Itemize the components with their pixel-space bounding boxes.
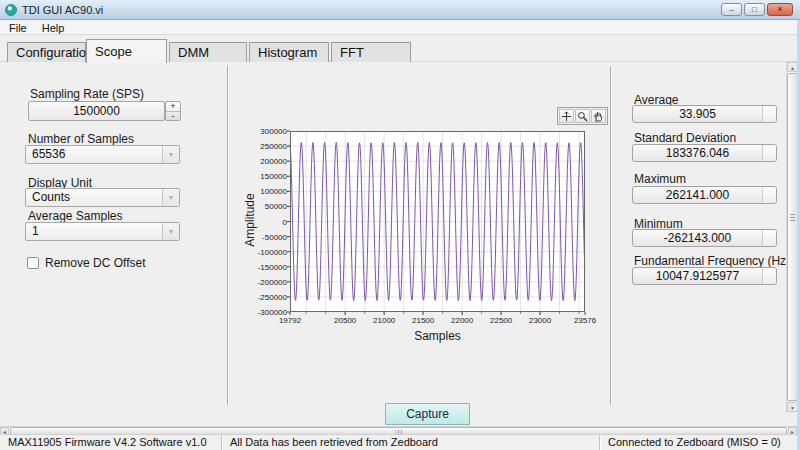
sampling-rate-spinner: + - bbox=[165, 101, 181, 121]
std-deviation-label: Standard Deviation bbox=[634, 131, 736, 145]
fundamental-frequency-indicator: 10047.9125977 bbox=[632, 267, 777, 285]
app-icon bbox=[5, 4, 17, 16]
scope-plot[interactable] bbox=[290, 131, 585, 312]
app-window: TDI GUI AC90.vi – □ × File Help Configur… bbox=[0, 0, 800, 450]
remove-dc-offset-label: Remove DC Offset bbox=[45, 256, 145, 270]
tab-scope[interactable]: Scope bbox=[86, 39, 167, 63]
left-panel-divider bbox=[227, 66, 228, 405]
status-connection: Connected to Zedboard (MISO = 0) bbox=[600, 435, 800, 450]
chevron-down-icon[interactable]: ▼ bbox=[162, 223, 179, 240]
spinner-decrement-icon[interactable]: - bbox=[166, 112, 180, 121]
status-firmware: MAX11905 Firmware V4.2 Software v1.0 bbox=[0, 435, 221, 450]
remove-dc-offset-checkbox[interactable] bbox=[27, 257, 39, 269]
maximum-indicator: 262141.000 bbox=[632, 186, 777, 204]
number-of-samples-label: Number of Samples bbox=[28, 132, 134, 146]
horizontal-scrollbar[interactable]: ◄ ► bbox=[0, 426, 797, 434]
indicator-end-cap bbox=[762, 145, 776, 161]
cursor-crosshair-icon[interactable] bbox=[559, 109, 574, 123]
right-panel-divider bbox=[610, 66, 611, 405]
sampling-rate-input[interactable]: 1500000 bbox=[28, 101, 165, 121]
display-unit-value: Counts bbox=[26, 189, 162, 206]
tab-configuration[interactable]: Configuration bbox=[7, 42, 86, 62]
x-tick-label: 20500 bbox=[334, 316, 356, 325]
x-axis-title: Samples bbox=[290, 329, 585, 343]
average-samples-value: 1 bbox=[26, 223, 162, 240]
average-indicator: 33.905 bbox=[632, 105, 777, 123]
x-tick-label: 22000 bbox=[451, 316, 473, 325]
std-deviation-indicator: 183376.046 bbox=[632, 144, 777, 162]
x-axis-tick-labels: 1979220500210002150022000225002300023576 bbox=[290, 316, 585, 326]
x-tick-label: 23000 bbox=[529, 316, 551, 325]
title-bar: TDI GUI AC90.vi – □ × bbox=[0, 0, 800, 20]
y-tick-label: 200000 bbox=[260, 157, 287, 166]
y-tick-label: 50000 bbox=[265, 202, 287, 211]
sampling-rate-label: Sampling Rate (SPS) bbox=[30, 87, 144, 101]
y-tick-label: -150000 bbox=[258, 263, 287, 272]
y-tick-label: 150000 bbox=[260, 172, 287, 181]
capture-button[interactable]: Capture bbox=[385, 403, 470, 425]
minimize-button[interactable]: – bbox=[721, 3, 742, 16]
minimum-value: -262143.000 bbox=[633, 230, 762, 246]
menu-file[interactable]: File bbox=[9, 22, 27, 34]
number-of-samples-dropdown[interactable]: 65536 ▼ bbox=[25, 145, 180, 164]
y-tick-label: 0 bbox=[283, 218, 287, 227]
fundamental-frequency-value: 10047.9125977 bbox=[633, 268, 762, 284]
x-tick-label: 21000 bbox=[373, 316, 395, 325]
tab-fft[interactable]: FFT bbox=[331, 42, 411, 62]
window-controls: – □ × bbox=[721, 3, 795, 16]
chevron-down-icon[interactable]: ▼ bbox=[162, 146, 179, 163]
average-value: 33.905 bbox=[633, 106, 762, 122]
indicator-end-cap bbox=[762, 230, 776, 246]
maximum-value: 262141.000 bbox=[633, 187, 762, 203]
x-tick-label: 19792 bbox=[279, 316, 301, 325]
maximum-label: Maximum bbox=[634, 172, 686, 186]
fundamental-frequency-label: Fundamental Frequency (Hz) bbox=[634, 254, 790, 268]
tab-histogram[interactable]: Histogram bbox=[249, 42, 329, 62]
std-deviation-value: 183376.046 bbox=[633, 145, 762, 161]
y-tick-label: 250000 bbox=[260, 142, 287, 151]
pan-hand-icon[interactable] bbox=[591, 109, 606, 123]
number-of-samples-value: 65536 bbox=[26, 146, 162, 163]
status-data: All Data has been retrieved from Zedboar… bbox=[222, 435, 599, 450]
menu-bar: File Help bbox=[0, 21, 800, 35]
close-button[interactable]: × bbox=[767, 3, 793, 16]
maximize-button[interactable]: □ bbox=[744, 3, 765, 16]
y-tick-label: -100000 bbox=[258, 248, 287, 257]
x-tick-label: 22500 bbox=[490, 316, 512, 325]
y-axis-tick-labels: 300000250000200000150000100000500000-500… bbox=[238, 131, 287, 312]
display-unit-dropdown[interactable]: Counts ▼ bbox=[25, 188, 180, 207]
zoom-magnifier-icon[interactable] bbox=[575, 109, 590, 123]
graph-palette bbox=[557, 107, 608, 125]
indicator-end-cap bbox=[762, 187, 776, 203]
tab-dmm[interactable]: DMM bbox=[169, 42, 247, 62]
y-tick-label: 100000 bbox=[260, 187, 287, 196]
menu-help[interactable]: Help bbox=[42, 22, 65, 34]
x-tick-label: 21500 bbox=[412, 316, 434, 325]
chevron-down-icon[interactable]: ▼ bbox=[162, 189, 179, 206]
scrollbar-grip bbox=[790, 214, 795, 221]
y-tick-label: 300000 bbox=[260, 127, 287, 136]
y-tick-label: -50000 bbox=[262, 233, 287, 242]
average-samples-label: Average Samples bbox=[28, 209, 123, 223]
status-bar: MAX11905 Firmware V4.2 Software v1.0 All… bbox=[0, 434, 800, 450]
window-title: TDI GUI AC90.vi bbox=[22, 4, 103, 16]
x-tick-label: 23576 bbox=[574, 316, 596, 325]
indicator-end-cap bbox=[762, 106, 776, 122]
indicator-end-cap bbox=[762, 268, 776, 284]
y-tick-label: -250000 bbox=[258, 293, 287, 302]
minimum-indicator: -262143.000 bbox=[632, 229, 777, 247]
y-tick-label: -200000 bbox=[258, 278, 287, 287]
average-samples-dropdown[interactable]: 1 ▼ bbox=[25, 222, 180, 241]
